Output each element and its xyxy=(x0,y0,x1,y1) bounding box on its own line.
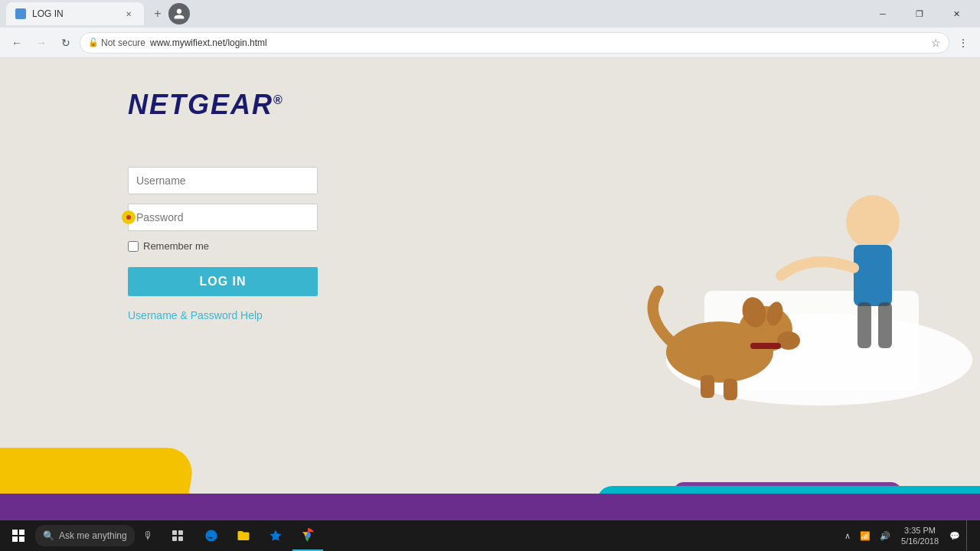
back-button[interactable]: ← xyxy=(6,32,28,54)
profile-icon[interactable] xyxy=(168,3,190,24)
cortana-button[interactable]: 🎙 xyxy=(135,522,162,549)
more-menu-button[interactable]: ⋮ xyxy=(952,32,974,54)
tray-clock[interactable]: 3:35 PM 5/16/2018 xyxy=(897,525,943,547)
tab-favicon xyxy=(15,8,26,19)
system-tray: ∧ 📶 🔊 3:35 PM 5/16/2018 💬 xyxy=(841,520,977,551)
start-button[interactable] xyxy=(3,520,34,551)
svg-rect-7 xyxy=(750,343,781,349)
show-desktop-button[interactable] xyxy=(966,520,971,551)
tray-network[interactable]: 📶 xyxy=(857,531,874,541)
taskbar-chrome[interactable] xyxy=(292,520,323,551)
login-button[interactable]: LOG IN xyxy=(128,267,318,296)
svg-rect-8 xyxy=(701,375,714,398)
task-view-button[interactable] xyxy=(162,520,193,551)
clock-date: 5/16/2018 xyxy=(901,536,939,546)
svg-rect-11 xyxy=(854,245,892,306)
new-tab-button[interactable]: + xyxy=(147,3,168,24)
svg-rect-21 xyxy=(178,536,183,541)
password-input[interactable] xyxy=(128,204,318,231)
taskbar: 🔍 Ask me anything 🎙 xyxy=(0,520,980,551)
nav-bar: ← → ↻ 🔓 Not secure www.mywifiext.net/log… xyxy=(0,28,980,58)
clock-time: 3:35 PM xyxy=(901,525,939,536)
remember-me-text: Remember me xyxy=(143,240,209,252)
tray-volume[interactable]: 🔊 xyxy=(877,531,893,541)
svg-rect-19 xyxy=(178,530,183,535)
reload-button[interactable]: ↻ xyxy=(55,32,77,54)
remember-me-label: Remember me xyxy=(128,240,398,252)
help-link[interactable]: Username & Password Help xyxy=(128,309,263,321)
restore-button[interactable]: ❐ xyxy=(902,2,937,25)
username-input[interactable]: elvawonder4@gmail.com xyxy=(128,167,318,194)
minimize-button[interactable]: ─ xyxy=(865,2,900,25)
remember-me-checkbox[interactable] xyxy=(128,241,139,252)
window-controls: ─ ❐ ✕ xyxy=(865,2,974,25)
svg-rect-13 xyxy=(878,302,892,348)
title-bar: LOG IN ✕ + ─ ❐ ✕ xyxy=(0,0,980,28)
close-button[interactable]: ✕ xyxy=(939,2,974,25)
taskbar-store[interactable] xyxy=(260,520,291,551)
taskbar-search-icon: 🔍 xyxy=(43,530,54,541)
taskbar-explorer[interactable] xyxy=(228,520,259,551)
password-wrapper xyxy=(128,204,318,231)
password-badge-icon xyxy=(122,210,136,224)
tray-notifications[interactable]: 💬 xyxy=(946,531,963,541)
svg-rect-17 xyxy=(19,536,24,542)
not-secure-label: Not secure xyxy=(101,37,145,48)
svg-rect-16 xyxy=(12,536,18,542)
svg-rect-18 xyxy=(172,530,177,535)
taskbar-apps xyxy=(196,520,323,551)
svg-rect-9 xyxy=(724,379,737,400)
svg-rect-20 xyxy=(172,536,177,541)
tray-chevron[interactable]: ∧ xyxy=(841,531,854,541)
browser-frame: LOG IN ✕ + ─ ❐ ✕ ← → ↻ 🔓 Not secure www.… xyxy=(0,0,980,58)
bookmark-icon[interactable]: ☆ xyxy=(931,37,941,49)
page-content: NETGEAR® elvawonder4@gmail.com Remember … xyxy=(0,58,980,551)
browser-tab[interactable]: LOG IN ✕ xyxy=(6,2,144,25)
password-group xyxy=(128,204,398,231)
taskbar-search[interactable]: 🔍 Ask me anything xyxy=(35,525,135,546)
tab-close-button[interactable]: ✕ xyxy=(122,8,135,20)
tab-label: LOG IN xyxy=(32,8,64,19)
url-text: www.mywifiext.net/login.html xyxy=(150,37,926,48)
svg-point-10 xyxy=(846,195,900,249)
svg-rect-12 xyxy=(858,302,871,348)
taskbar-edge[interactable] xyxy=(196,520,227,551)
security-indicator: 🔓 Not secure xyxy=(88,37,145,48)
svg-rect-15 xyxy=(19,530,24,535)
username-group: elvawonder4@gmail.com xyxy=(128,167,398,194)
svg-rect-14 xyxy=(12,530,18,535)
hero-image-area xyxy=(398,58,980,444)
lock-icon: 🔓 xyxy=(88,37,99,47)
address-bar[interactable]: 🔓 Not secure www.mywifiext.net/login.htm… xyxy=(80,32,949,54)
netgear-logo: NETGEAR® xyxy=(128,89,398,121)
forward-button[interactable]: → xyxy=(31,32,52,54)
taskbar-search-text: Ask me anything xyxy=(59,530,127,541)
